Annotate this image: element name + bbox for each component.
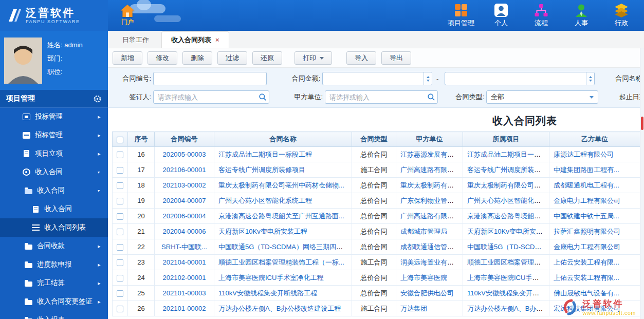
party-a-link[interactable]: 万达集团 bbox=[400, 305, 427, 312]
row-checkbox[interactable] bbox=[117, 290, 123, 297]
contract-name-link[interactable]: 顺德工业园区档案管理精装饰工程（一标... bbox=[218, 258, 344, 266]
project-link[interactable]: 万达办公楼左侧A、B办公... bbox=[467, 305, 548, 312]
scrollbar-thumb[interactable] bbox=[641, 117, 643, 130]
contract-code-link[interactable]: 202005-00003 bbox=[163, 151, 206, 158]
party-a-link[interactable]: 上海市美容医院 bbox=[400, 274, 447, 282]
party-a-link[interactable]: 安徽合肥供电公司 bbox=[400, 289, 454, 297]
sidebar-item-tender-management[interactable]: 招标管理 ▶ bbox=[0, 126, 108, 144]
row-checkbox[interactable] bbox=[117, 275, 123, 282]
table-row[interactable]: 21 202004-00006 天府新区10Kv变电所安装工程 总价合同 成都城… bbox=[113, 224, 640, 239]
sidebar-item-completion-settlement[interactable]: 完工结算 ▶ bbox=[0, 274, 108, 292]
gear-icon[interactable] bbox=[93, 95, 102, 103]
filter-button[interactable]: 过滤 bbox=[217, 51, 247, 65]
project-link[interactable]: 110kV安徽线程集变开断线... bbox=[467, 289, 549, 297]
contract-code-link[interactable]: 202102-00001 bbox=[163, 274, 206, 282]
amount-min-input[interactable] bbox=[322, 72, 432, 85]
contract-name-link[interactable]: 上海市美容医院ICU手术室净化工程 bbox=[218, 274, 323, 282]
project-link[interactable]: 天府新区10Kv变电所安装... bbox=[467, 228, 548, 235]
contract-code-link[interactable]: 202004-00006 bbox=[163, 228, 206, 235]
party-b-link[interactable]: 上佑云安装工程有限... bbox=[554, 274, 619, 282]
export-button[interactable]: 导出 bbox=[381, 51, 411, 65]
sidebar-item-progress-payment[interactable]: 进度款申报 ▶ bbox=[0, 255, 108, 274]
vertical-scrollbar[interactable] bbox=[640, 48, 644, 319]
col-header-code[interactable]: 合同编号 bbox=[155, 132, 214, 147]
contract-code-link[interactable]: SRHT-中国联... bbox=[161, 243, 207, 251]
party-b-link[interactable]: 拉萨汇鑫照明有限公司 bbox=[554, 228, 620, 235]
party-a-link[interactable]: 成都城市管理局 bbox=[400, 228, 447, 235]
row-checkbox[interactable] bbox=[117, 167, 123, 174]
table-row[interactable]: 16 202005-00003 江苏成品油二期项目一标段工程 总价合同 江苏惠源… bbox=[113, 147, 640, 162]
row-checkbox[interactable] bbox=[117, 182, 123, 189]
table-row[interactable]: 19 202004-00007 广州天心苑小区智能化系统工程 总价合同 广东保利… bbox=[113, 193, 640, 209]
contract-no-input[interactable] bbox=[153, 72, 267, 85]
spinner-icon[interactable] bbox=[424, 72, 432, 85]
row-checkbox[interactable] bbox=[117, 229, 123, 235]
col-header-party-b[interactable]: 乙方单位 bbox=[549, 132, 640, 147]
restore-button[interactable]: 还原 bbox=[252, 51, 282, 65]
col-header-name[interactable]: 合同名称 bbox=[214, 132, 352, 147]
sidebar-item-income-report[interactable]: 收入报表 ▶ bbox=[0, 311, 108, 319]
sidebar-item-income-contract[interactable]: 收入合同 ▼ bbox=[0, 163, 108, 181]
party-b-link[interactable]: 佛山晟敏电气设备有... bbox=[554, 289, 619, 297]
table-row[interactable]: 26 202101-00002 万达办公楼左侧A、B办公楼改造建设工程 施工合同… bbox=[113, 301, 640, 316]
party-a-link[interactable]: 广州高速路有限公司 bbox=[400, 212, 461, 220]
table-row[interactable]: 22 SRHT-中国联... 中国联通5G（TD-SCDMA）网络三期四川...… bbox=[113, 239, 640, 255]
table-row[interactable]: 23 202104-00001 顺德工业园区档案管理精装饰工程（一标... 施工… bbox=[113, 255, 640, 270]
nav-admin[interactable]: 行政 bbox=[607, 3, 636, 28]
contract-code-link[interactable]: 202101-00002 bbox=[163, 305, 206, 312]
party-a-link[interactable]: 成都联通通信管理局 bbox=[400, 243, 461, 251]
party-b-link[interactable]: 中国铁建中铁十五局... bbox=[554, 212, 619, 220]
amount-max-input[interactable] bbox=[445, 72, 595, 85]
contract-code-link[interactable]: 202004-00007 bbox=[163, 197, 206, 204]
party-b-link[interactable]: 金康电力工程有限公司 bbox=[554, 243, 620, 251]
party-b-link[interactable]: 中建集团路面工程有... bbox=[554, 166, 619, 174]
new-button[interactable]: 新增 bbox=[113, 51, 142, 65]
nav-process[interactable]: 流程 bbox=[527, 3, 556, 28]
contract-name-link[interactable]: 110kV安徽线程集变开断线路工程 bbox=[218, 289, 317, 297]
print-button[interactable]: 打印 bbox=[295, 51, 332, 65]
contract-name-link[interactable]: 江苏成品油二期项目一标段工程 bbox=[218, 151, 312, 158]
party-a-input[interactable] bbox=[325, 90, 438, 104]
contract-code-link[interactable]: 202103-00002 bbox=[163, 181, 206, 189]
row-checkbox[interactable] bbox=[117, 198, 123, 204]
party-a-link[interactable]: 广州高速路有限公司 bbox=[400, 166, 461, 174]
project-link[interactable]: 江苏成品油二期项目一标... bbox=[467, 151, 546, 158]
col-header-index[interactable]: 序号 bbox=[128, 132, 155, 147]
table-row[interactable]: 24 202102-00001 上海市美容医院ICU手术室净化工程 总价合同 上… bbox=[113, 270, 640, 286]
row-checkbox[interactable] bbox=[117, 213, 123, 220]
nav-personal[interactable]: 个人 bbox=[487, 3, 516, 28]
edit-button[interactable]: 修改 bbox=[148, 51, 177, 65]
project-link[interactable]: 京港澳高速公路粤境韶关... bbox=[467, 212, 546, 220]
search-icon[interactable] bbox=[427, 93, 435, 101]
contract-name-link[interactable]: 天府新区10Kv变电所安装工程 bbox=[218, 228, 307, 235]
contract-name-link[interactable]: 京港澳高速公路粤境韶关至广州互通路面... bbox=[218, 212, 344, 220]
contract-name-link[interactable]: 中国联通5G（TD-SCDMA）网络三期四川... bbox=[218, 243, 348, 251]
party-b-link[interactable]: 康源达工程有限公司 bbox=[554, 151, 614, 158]
table-row[interactable]: 20 202006-00004 京港澳高速公路粤境韶关至广州互通路面... 总价… bbox=[113, 209, 640, 224]
contract-code-link[interactable]: 202101-00003 bbox=[163, 289, 206, 297]
project-link[interactable]: 顺德工业园区档案管理精... bbox=[467, 258, 546, 266]
portal-button[interactable]: 门户 bbox=[115, 4, 140, 27]
project-link[interactable]: 广州天心苑小区智能化系... bbox=[467, 197, 546, 204]
tab-close-icon[interactable]: × bbox=[215, 36, 219, 43]
col-header-party-a[interactable]: 甲方单位 bbox=[396, 132, 463, 147]
table-row[interactable]: 25 202101-00003 110kV安徽线程集变开断线路工程 总价合同 安… bbox=[113, 286, 640, 301]
party-b-link[interactable]: 上佑云安装工程有限... bbox=[554, 258, 619, 266]
row-checkbox[interactable] bbox=[117, 259, 123, 266]
nav-project-management[interactable]: 项目管理 bbox=[447, 3, 475, 28]
delete-button[interactable]: 删除 bbox=[182, 51, 212, 65]
sidebar-item-bidding-management[interactable]: 投标管理 ▶ bbox=[0, 107, 108, 126]
party-b-link[interactable]: 宏远科技集团有限公司 bbox=[554, 305, 620, 312]
project-link[interactable]: 客运专线广州调度所装修... bbox=[467, 166, 546, 174]
tab-daily-work[interactable]: 日常工作 bbox=[113, 32, 158, 48]
select-all-checkbox[interactable] bbox=[117, 137, 123, 143]
contract-code-link[interactable]: 202104-00001 bbox=[163, 258, 206, 266]
signer-input[interactable] bbox=[153, 90, 269, 104]
sidebar-item-income-contract-list[interactable]: 收入合同列表 bbox=[0, 218, 108, 237]
contract-code-link[interactable]: 202106-00001 bbox=[163, 166, 206, 174]
project-link[interactable]: 上海市美容医院ICU手术室... bbox=[467, 274, 549, 282]
sidebar-item-income-contract-entry[interactable]: 收入合同 bbox=[0, 200, 108, 218]
contract-code-link[interactable]: 202006-00004 bbox=[163, 212, 206, 220]
table-row[interactable]: 18 202103-00002 重庆太极制药有限公司亳州中药材仓储物... 总价… bbox=[113, 178, 640, 193]
import-button[interactable]: 导入 bbox=[346, 51, 376, 65]
